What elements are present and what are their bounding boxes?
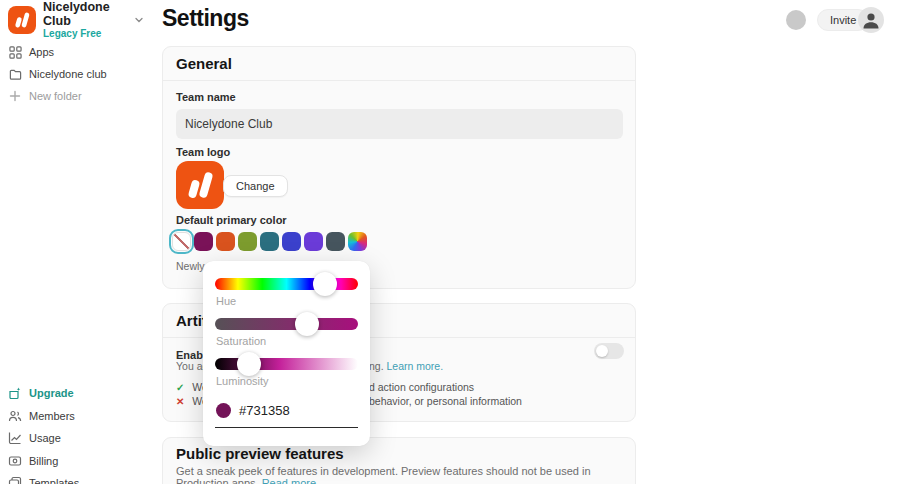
color-swatch-magenta[interactable] bbox=[194, 232, 213, 251]
general-section-header: General bbox=[163, 47, 635, 81]
usage-icon bbox=[8, 431, 22, 445]
members-icon bbox=[8, 409, 22, 423]
preview-description: Get a sneak peek of features in developm… bbox=[176, 465, 635, 484]
sidebar-item-upgrade[interactable]: Upgrade bbox=[8, 383, 148, 403]
sidebar-item-billing[interactable]: Billing bbox=[8, 451, 148, 471]
sidebar-item-label: Nicelydone club bbox=[29, 68, 107, 80]
hue-label: Hue bbox=[216, 295, 236, 307]
ai-never-right-fragment: behavior, or personal information bbox=[369, 395, 522, 407]
color-preview-dot bbox=[216, 403, 231, 418]
sidebar: Nicelydone Club Legacy Free Apps Nicelyd… bbox=[0, 0, 152, 484]
billing-icon bbox=[8, 454, 22, 468]
team-switcher[interactable]: Nicelydone Club Legacy Free bbox=[8, 5, 144, 35]
color-swatch-orange[interactable] bbox=[216, 232, 235, 251]
sidebar-item-templates[interactable]: Templates bbox=[8, 473, 148, 484]
color-swatch-olive[interactable] bbox=[238, 232, 257, 251]
saturation-slider[interactable] bbox=[215, 318, 358, 330]
page-title: Settings bbox=[162, 5, 249, 32]
sidebar-item-members[interactable]: Members bbox=[8, 406, 148, 426]
team-name-input[interactable] bbox=[176, 109, 623, 139]
team-name-label: Team name bbox=[176, 91, 236, 103]
color-swatch-slate[interactable] bbox=[326, 232, 345, 251]
sidebar-plan-badge: Legacy Free bbox=[43, 28, 132, 40]
ai-read-right-fragment: d action configurations bbox=[369, 381, 474, 393]
change-logo-button[interactable]: Change bbox=[223, 175, 288, 197]
settings-page: { "sidebar": { "team_name": "Nicelydone … bbox=[0, 0, 900, 484]
templates-icon bbox=[8, 476, 22, 484]
section-title: General bbox=[176, 55, 232, 72]
cross-icon: ✕ bbox=[176, 396, 184, 407]
saturation-slider-thumb[interactable] bbox=[295, 312, 319, 336]
saturation-label: Saturation bbox=[216, 335, 266, 347]
upgrade-icon bbox=[8, 386, 22, 400]
plus-icon bbox=[8, 89, 22, 103]
general-section: General Team name Team logo Change Defau… bbox=[162, 46, 636, 289]
learn-more-link[interactable]: Learn more. bbox=[387, 360, 444, 372]
sidebar-item-label: Upgrade bbox=[29, 387, 74, 399]
luminosity-label: Luminosity bbox=[216, 375, 269, 387]
hex-row: #731358 bbox=[216, 403, 290, 418]
sidebar-item-label: New folder bbox=[29, 90, 82, 102]
toggle-knob bbox=[596, 345, 608, 357]
luminosity-slider[interactable] bbox=[215, 358, 358, 370]
sidebar-team-name: Nicelydone Club bbox=[43, 0, 132, 28]
color-swatch-none[interactable] bbox=[172, 232, 191, 251]
sidebar-item-apps[interactable]: Apps bbox=[8, 42, 148, 62]
sidebar-item-label: Billing bbox=[29, 455, 58, 467]
sidebar-item-usage[interactable]: Usage bbox=[8, 428, 148, 448]
color-swatch-teal[interactable] bbox=[260, 232, 279, 251]
presence-avatar[interactable] bbox=[786, 10, 806, 30]
color-swatches bbox=[172, 232, 367, 251]
person-icon bbox=[858, 7, 884, 33]
color-picker-popup: Hue Saturation Luminosity #731358 bbox=[203, 261, 370, 446]
hex-input[interactable]: #731358 bbox=[239, 403, 290, 418]
grid-icon bbox=[8, 45, 22, 59]
ai-agreement-right-fragment: ng. Learn more. bbox=[369, 360, 443, 372]
sidebar-item-nicelydone-club[interactable]: Nicelydone club bbox=[8, 64, 148, 84]
color-swatch-purple[interactable] bbox=[304, 232, 323, 251]
hue-slider-thumb[interactable] bbox=[313, 272, 337, 296]
chevron-down-icon[interactable] bbox=[134, 15, 144, 25]
primary-color-label: Default primary color bbox=[176, 214, 287, 226]
team-logo-image bbox=[176, 161, 224, 209]
check-icon: ✓ bbox=[176, 382, 184, 393]
read-more-link[interactable]: Read more bbox=[262, 477, 316, 484]
sidebar-item-new-folder[interactable]: New folder bbox=[8, 86, 148, 106]
sidebar-item-label: Members bbox=[29, 410, 75, 422]
sidebar-item-label: Apps bbox=[29, 46, 54, 58]
team-logo-label: Team logo bbox=[176, 146, 230, 158]
ai-enable-toggle[interactable] bbox=[594, 343, 624, 359]
sidebar-item-label: Templates bbox=[29, 477, 79, 484]
color-swatch-blue[interactable] bbox=[282, 232, 301, 251]
luminosity-slider-thumb[interactable] bbox=[237, 352, 261, 376]
user-avatar[interactable] bbox=[858, 7, 884, 33]
folder-icon bbox=[8, 67, 22, 81]
section-title: Public preview features bbox=[176, 445, 344, 462]
team-logo-icon bbox=[8, 6, 36, 34]
hex-input-underline bbox=[215, 427, 358, 428]
color-swatch-rainbow[interactable] bbox=[348, 232, 367, 251]
sidebar-item-label: Usage bbox=[29, 432, 61, 444]
hue-slider[interactable] bbox=[215, 278, 358, 290]
